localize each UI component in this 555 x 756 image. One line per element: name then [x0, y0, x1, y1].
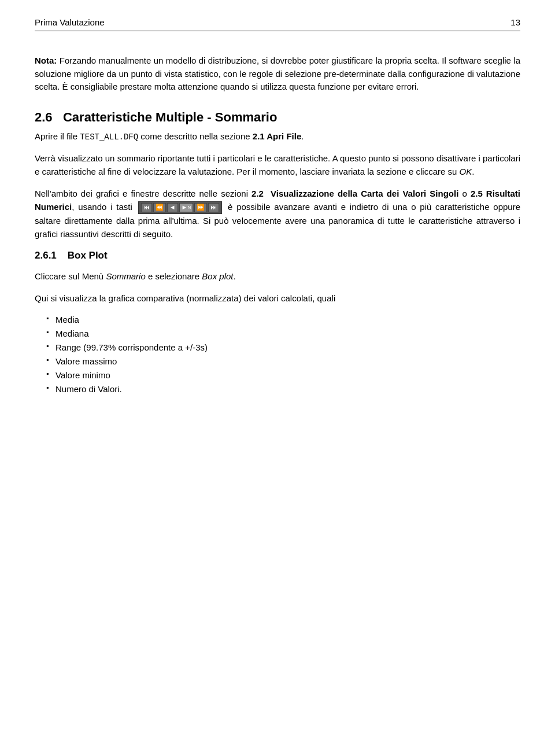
para1-before-menu: Cliccare sul Menù [35, 271, 106, 281]
section-2-6-para1: Verrà visualizzato un sommario riportant… [35, 152, 520, 179]
page-header: Prima Valutazione 13 [35, 17, 520, 31]
list-item: Valore minimo [46, 368, 520, 382]
intro-before-file: Aprire il file [35, 131, 80, 141]
note-block: Nota: Forzando manualmente un modello di… [35, 54, 520, 94]
list-item-text: Valore minimo [56, 370, 110, 380]
intro-period: . [301, 131, 304, 141]
section-2-6-1-para2: Qui si visualizza la grafica comparativa… [35, 292, 520, 305]
nav-btn-next-multi[interactable]: ⏩ [194, 203, 207, 212]
note-label: Nota: [35, 56, 57, 65]
file-name: TEST_ALL.DFQ [80, 132, 138, 142]
note-text: Nota: Forzando manualmente un modello di… [35, 54, 520, 94]
ok-label: OK [460, 167, 472, 176]
nav-btn-next[interactable]: ►N [179, 203, 194, 212]
list-item: Valore massimo [46, 355, 520, 368]
section-2-6-1-title: Box Plot [60, 250, 108, 261]
list-item: Numero di Valori. [46, 382, 520, 396]
para2-after: , usando i tasti [72, 202, 136, 212]
nav-btn-prev[interactable]: ◄ [167, 203, 178, 212]
list-item: Range (99.73% corrispondente a +/-3s) [46, 341, 520, 355]
intro-after-file: come descritto nella sezione [138, 131, 253, 141]
section-ref: 2.1 Apri File [253, 131, 301, 141]
note-body: Forzando manualmente un modello di distr… [35, 56, 520, 91]
nav-btn-first[interactable]: ⏮ [141, 203, 152, 212]
section-2-6-1-para1: Cliccare sul Menù Sommario e selezionare… [35, 270, 520, 283]
para2-text: Qui si visualizza la grafica comparativa… [35, 293, 335, 303]
nav-btn-last[interactable]: ⏭ [208, 203, 219, 212]
item-name: Box plot [202, 271, 233, 281]
section-2-6: 2.6 Caratteristiche Multiple - Sommario … [35, 110, 520, 241]
section-2-6-title: Caratteristiche Multiple - Sommario [56, 110, 278, 124]
section-2-6-1: 2.6.1 Box Plot Cliccare sul Menù Sommari… [35, 250, 520, 396]
nav-buttons-group[interactable]: ⏮ ⏪ ◄ ►N ⏩ ⏭ [138, 201, 223, 214]
page-content: Nota: Forzando manualmente un modello di… [35, 49, 520, 396]
para2-mid: o [458, 189, 471, 198]
section-2-6-heading: 2.6 Caratteristiche Multiple - Sommario [35, 110, 520, 125]
section-2-6-1-number: 2.6.1 [35, 250, 57, 261]
para1-mid: e selezionare [146, 271, 202, 281]
section-2-6-1-heading: 2.6.1 Box Plot [35, 250, 520, 261]
list-item: Mediana [46, 327, 520, 341]
section-2-6-intro: Aprire il file TEST_ALL.DFQ come descrit… [35, 130, 520, 144]
list-item-text: Valore massimo [56, 356, 117, 366]
list-item-text: Numero di Valori. [56, 384, 122, 394]
para2-start: Nell'ambito dei grafici e finestre descr… [35, 189, 251, 198]
bullet-list: Media Mediana Range (99.73% corrisponden… [35, 313, 520, 396]
section-2-6-para2: Nell'ambito dei grafici e finestre descr… [35, 187, 520, 241]
para1-period: . [472, 167, 474, 176]
para1-end-period: . [234, 271, 236, 281]
list-item-text: Media [56, 315, 79, 324]
para1-text: Verrà visualizzato un sommario riportant… [35, 153, 520, 176]
para2-ref1: 2.2 Visualizzazione della Carta dei Valo… [251, 189, 458, 198]
header-title: Prima Valutazione [35, 17, 105, 27]
list-item-text: Range (99.73% corrispondente a +/-3s) [56, 342, 208, 352]
nav-btn-prev-multi[interactable]: ⏪ [153, 203, 166, 212]
menu-name: Sommario [106, 271, 145, 281]
page-container: Prima Valutazione 13 Nota: Forzando manu… [0, 0, 555, 756]
list-item-text: Mediana [56, 329, 89, 338]
header-page-num: 13 [510, 17, 520, 27]
section-2-6-number: 2.6 [35, 110, 53, 124]
list-item: Media [46, 313, 520, 327]
